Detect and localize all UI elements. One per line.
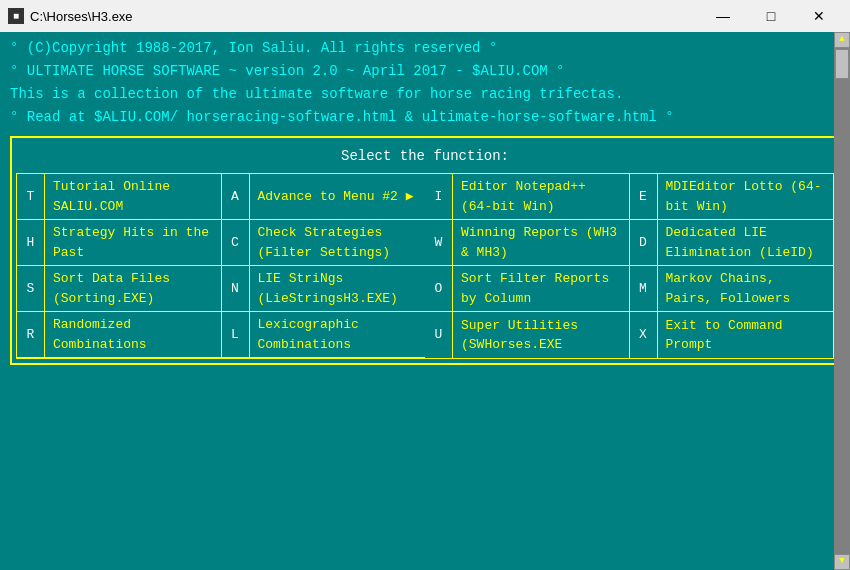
menu-label-right: Markov Chains, Pairs, Followers (658, 266, 834, 311)
menu-key-right[interactable]: D (630, 220, 658, 265)
menu-label-left: Sort Data Files (Sorting.EXE) (45, 266, 221, 311)
menu-key-right[interactable]: E (630, 174, 658, 219)
scroll-up-button[interactable]: ▲ (834, 32, 850, 48)
menu-key-right[interactable]: L (222, 312, 250, 357)
menu-key-left[interactable]: S (17, 266, 45, 311)
menu-label-left: Sort Filter Reports by Column (453, 266, 629, 311)
menu-row[interactable]: S Sort Data Files (Sorting.EXE) N LIE St… (17, 266, 425, 312)
menu-container: Select the function: T Tutorial Online S… (10, 136, 840, 365)
menu-left-cell[interactable]: S Sort Data Files (Sorting.EXE) (17, 266, 222, 311)
menu-left-cell[interactable]: U Super Utilities (SWHorses.EXE (425, 312, 630, 358)
menu-left-cell[interactable]: H Strategy Hits in the Past (17, 220, 222, 265)
menu-key-left[interactable]: T (17, 174, 45, 219)
menu-key-right[interactable]: X (630, 312, 658, 358)
menu-right-cell[interactable]: D Dedicated LIE Elimination (LieID) (630, 220, 834, 265)
menu-label-right: Lexicographic Combinations (250, 312, 426, 357)
terminal-area: ° (C)Copyright 1988-2017, Ion Saliu. All… (0, 32, 850, 570)
menu-row[interactable]: O Sort Filter Reports by Column M Markov… (425, 266, 833, 312)
menu-left-cell[interactable]: O Sort Filter Reports by Column (425, 266, 630, 311)
menu-key-left[interactable]: O (425, 266, 453, 311)
menu-right-cell[interactable]: A Advance to Menu #2 ▶ (222, 174, 426, 219)
menu-row[interactable]: I Editor Notepad++ (64-bit Win) E MDIEdi… (425, 174, 833, 220)
menu-row[interactable]: U Super Utilities (SWHorses.EXE X Exit t… (425, 312, 833, 358)
menu-left-cell[interactable]: R Randomized Combinations (17, 312, 222, 357)
header-line2: ° ULTIMATE HORSE SOFTWARE ~ version 2.0 … (10, 61, 840, 82)
menu-row[interactable]: T Tutorial Online SALIU.COM A Advance to… (17, 174, 425, 220)
menu-key-left[interactable]: R (17, 312, 45, 357)
menu-left-cell[interactable]: T Tutorial Online SALIU.COM (17, 174, 222, 219)
scrollbar[interactable]: ▲ ▼ (834, 32, 850, 570)
menu-key-left[interactable]: U (425, 312, 453, 358)
menu-key-right[interactable]: N (222, 266, 250, 311)
menu-right-cell[interactable]: X Exit to Command Prompt (630, 312, 834, 358)
scroll-track (834, 48, 850, 554)
menu-key-right[interactable]: M (630, 266, 658, 311)
menu-right-cell[interactable]: M Markov Chains, Pairs, Followers (630, 266, 834, 311)
minimize-button[interactable]: — (700, 1, 746, 31)
header-line1: ° (C)Copyright 1988-2017, Ion Saliu. All… (10, 38, 840, 59)
menu-row[interactable]: H Strategy Hits in the Past C Check Stra… (17, 220, 425, 266)
menu-row[interactable]: W Winning Reports (WH3 & MH3) D Dedicate… (425, 220, 833, 266)
window-title: C:\Horses\H3.exe (30, 9, 700, 24)
window-icon: ■ (8, 8, 24, 24)
menu-label-right: Exit to Command Prompt (658, 312, 834, 358)
menu-grid: T Tutorial Online SALIU.COM A Advance to… (16, 173, 834, 359)
main-window: ■ C:\Horses\H3.exe — □ ✕ ° (C)Copyright … (0, 0, 850, 570)
menu-title: Select the function: (16, 142, 834, 173)
menu-label-left: Strategy Hits in the Past (45, 220, 221, 265)
menu-label-left: Tutorial Online SALIU.COM (45, 174, 221, 219)
menu-label-left: Winning Reports (WH3 & MH3) (453, 220, 629, 265)
menu-label-left: Editor Notepad++ (64-bit Win) (453, 174, 629, 219)
menu-key-left[interactable]: W (425, 220, 453, 265)
maximize-button[interactable]: □ (748, 1, 794, 31)
menu-label-right: Check Strategies (Filter Settings) (250, 220, 426, 265)
menu-right-cell[interactable]: N LIE StriNgs (LieStringsH3.EXE) (222, 266, 426, 311)
menu-right-cell[interactable]: E MDIEditor Lotto (64-bit Win) (630, 174, 834, 219)
menu-right-cell[interactable]: L Lexicographic Combinations (222, 312, 426, 357)
menu-label-left: Randomized Combinations (45, 312, 221, 357)
title-bar: ■ C:\Horses\H3.exe — □ ✕ (0, 0, 850, 32)
window-controls: — □ ✕ (700, 1, 842, 31)
menu-key-right[interactable]: A (222, 174, 250, 219)
menu-right-cell[interactable]: C Check Strategies (Filter Settings) (222, 220, 426, 265)
menu-left-cell[interactable]: I Editor Notepad++ (64-bit Win) (425, 174, 630, 219)
header-line4: ° Read at $ALIU.COM/ horseracing-softwar… (10, 107, 840, 128)
scroll-thumb[interactable] (835, 49, 849, 79)
close-button[interactable]: ✕ (796, 1, 842, 31)
menu-label-right: MDIEditor Lotto (64-bit Win) (658, 174, 834, 219)
menu-label-right: LIE StriNgs (LieStringsH3.EXE) (250, 266, 426, 311)
menu-label-right: Advance to Menu #2 ▶ (250, 174, 426, 219)
menu-label-left: Super Utilities (SWHorses.EXE (453, 312, 629, 358)
menu-row[interactable]: R Randomized Combinations L Lexicographi… (17, 312, 425, 358)
menu-label-right: Dedicated LIE Elimination (LieID) (658, 220, 834, 265)
menu-left-cell[interactable]: W Winning Reports (WH3 & MH3) (425, 220, 630, 265)
scroll-down-button[interactable]: ▼ (834, 554, 850, 570)
menu-key-right[interactable]: C (222, 220, 250, 265)
menu-key-left[interactable]: I (425, 174, 453, 219)
menu-key-left[interactable]: H (17, 220, 45, 265)
header-line3: This is a collection of the ultimate sof… (10, 84, 840, 105)
